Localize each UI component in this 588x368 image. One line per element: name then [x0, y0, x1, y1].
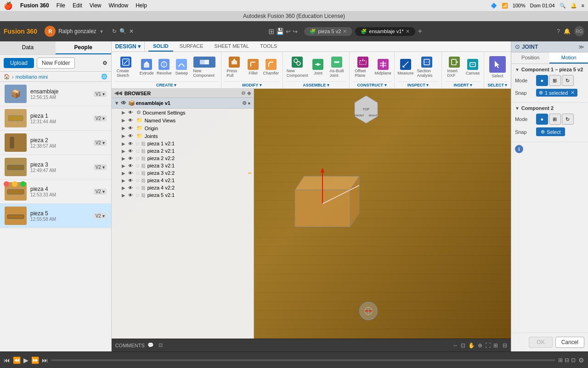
browser-expand-icon[interactable]: ◈	[247, 90, 251, 96]
tab-sheetmetal[interactable]: SHEET METAL	[210, 41, 254, 52]
tree-item-pieza2-v2-2[interactable]: ▶ 👁 □ ⛓ pieza 2 v2:2	[112, 155, 254, 162]
tree-item-pieza1-v2-1[interactable]: ▶ 👁 □ ⛓ pieza 1 v2:1	[112, 140, 254, 147]
list-item[interactable]: pieza 1 12:31:44 AM V2 ▾	[0, 106, 111, 131]
user-avatar[interactable]: R	[45, 26, 56, 37]
help-icon[interactable]: ?	[557, 28, 560, 34]
profile-icon[interactable]: RG	[574, 26, 584, 36]
anim-play-btn[interactable]: ▶	[23, 356, 28, 364]
home-icon[interactable]: 🏠	[4, 74, 10, 80]
tab-solid[interactable]: SOLID	[148, 41, 173, 52]
anim-prev-btn[interactable]: ⏪	[13, 356, 21, 364]
root-pin-icon[interactable]: ●	[248, 100, 251, 106]
joint-tab-motion[interactable]: Motion	[549, 52, 588, 63]
eye-icon[interactable]: 👁	[128, 141, 135, 146]
mode-btn-grid-2[interactable]: ⊞	[549, 114, 561, 125]
tab-pieza5[interactable]: 🧩 pieza 5 v2 ✕	[304, 27, 352, 36]
eye-icon[interactable]: 👁	[128, 178, 135, 183]
zoom-icon[interactable]: ⊕	[478, 342, 482, 349]
user-dropdown-icon[interactable]: ▼	[99, 29, 104, 34]
anim-end-btn[interactable]: ⏭	[42, 356, 48, 364]
ribbon-btn-offset-plane[interactable]: Offset Plane	[352, 55, 373, 79]
insert-section-label[interactable]: INSERT ▾	[445, 81, 481, 87]
construct-section-label[interactable]: CONSTRUCT ▾	[352, 81, 391, 87]
ribbon-btn-insert-dxf[interactable]: Insert DXF	[445, 55, 464, 79]
comments-icon[interactable]: 💬	[147, 342, 154, 348]
minimize-button[interactable]	[12, 181, 17, 187]
menu-window[interactable]: Window	[109, 2, 129, 9]
grid-view-icon[interactable]: ⊞	[493, 342, 498, 349]
clear-selection-btn[interactable]: ✕	[571, 90, 575, 96]
version-badge[interactable]: V2 ▾	[94, 213, 107, 219]
add-tab-icon[interactable]: +	[418, 27, 422, 35]
view-cube[interactable]: TOP RIGHT FRONT	[350, 93, 382, 126]
component2-section-title[interactable]: ▼ Component 2	[515, 105, 584, 111]
menu-view[interactable]: View	[90, 2, 102, 9]
version-badge[interactable]: V2 ▾	[94, 164, 107, 170]
root-gear-icon[interactable]: ⚙	[242, 100, 247, 106]
tab-surface[interactable]: SURFACE	[175, 41, 208, 52]
comments-label[interactable]: COMMENTS	[115, 343, 145, 348]
eye-icon[interactable]: 👁	[128, 156, 135, 161]
version-badge[interactable]: V1 ▾	[94, 91, 107, 97]
version-badge[interactable]: V2 ▾	[94, 140, 107, 146]
list-item[interactable]: pieza 3 12:49:47 AM V2 ▾	[0, 155, 111, 179]
list-item[interactable]: pieza 5 12:55:58 AM V2 ▾	[0, 204, 111, 228]
eye-visible-icon[interactable]: 👁	[121, 100, 126, 106]
ribbon-btn-create-sketch[interactable]: Create Sketch	[114, 55, 138, 79]
anim-frame-icon-2[interactable]: ⊟	[565, 357, 569, 363]
menu-edit[interactable]: Edit	[73, 2, 82, 9]
ribbon-btn-revolve[interactable]: Revolve	[156, 58, 172, 77]
menu-help[interactable]: Help	[136, 2, 147, 9]
tab-ensamblaje[interactable]: 🧩 ensamblaje v1* ✕	[355, 27, 415, 36]
tab-data[interactable]: Data	[0, 41, 56, 54]
close-tab-pieza5[interactable]: ✕	[343, 29, 347, 34]
cancel-button[interactable]: Cancel	[555, 337, 584, 348]
browser-root[interactable]: ▼ 👁 📦 ensamblaje v1 ⚙ ●	[112, 98, 254, 109]
user-name[interactable]: Ralph gonzalez	[58, 28, 96, 34]
browser-collapse-btn[interactable]: ◀◀	[114, 90, 122, 96]
settings-gear-icon[interactable]: ⚙	[102, 60, 107, 66]
select-section-label[interactable]: SELECT ▾	[487, 81, 508, 87]
tree-item-named-views[interactable]: ▶ 👁 📁 Named Views	[112, 116, 254, 124]
eye-icon[interactable]: 👁	[128, 126, 135, 131]
close-sidebar-icon[interactable]: ✕	[129, 28, 134, 34]
save-icon[interactable]: 💾	[276, 28, 284, 35]
anim-next-btn[interactable]: ⏩	[31, 356, 39, 364]
view-settings-icon[interactable]: ⊟	[503, 342, 507, 349]
pan-icon[interactable]: ↔	[452, 342, 458, 349]
undo-icon[interactable]: ↩	[286, 28, 291, 35]
eye-icon[interactable]: 👁	[128, 193, 135, 198]
info-icon[interactable]: i	[515, 145, 523, 153]
tree-item-pieza3-v2-2[interactable]: ▶ 👁 □ ⛓ pieza 3 v2:2 ✏	[112, 169, 254, 177]
tree-item-pieza4-v2-1[interactable]: ▶ 👁 □ ⛓ pieza 4 v2:1	[112, 177, 254, 184]
close-button[interactable]	[4, 181, 9, 187]
ribbon-btn-chamfer[interactable]: Chamfer	[262, 58, 280, 77]
ribbon-btn-assemble-component[interactable]: New Component	[286, 55, 309, 79]
edit-icon[interactable]: ✏	[248, 171, 252, 176]
ribbon-btn-select[interactable]: Select	[487, 55, 508, 80]
search-toolbar-icon[interactable]: 🔍	[119, 28, 126, 34]
ribbon-btn-sweep[interactable]: Sweep	[173, 58, 190, 77]
modify-section-label[interactable]: MODIFY ▾	[224, 81, 280, 87]
tree-item-pieza4-v2-2[interactable]: ▶ 👁 □ ⛓ pieza 4 v2:2	[112, 184, 254, 191]
ribbon-btn-press-pull[interactable]: Press Pull	[224, 55, 244, 79]
inspect-section-label[interactable]: INSPECT ▾	[397, 81, 439, 87]
ribbon-btn-asbuilt-joint[interactable]: As-Built Joint	[327, 55, 346, 79]
ribbon-btn-measure[interactable]: Measure	[397, 58, 414, 77]
hand-icon[interactable]: ✋	[468, 342, 475, 349]
eye-icon[interactable]: 👁	[128, 163, 135, 168]
list-item[interactable]: pieza 2 12:38:57 AM V2 ▾	[0, 131, 111, 155]
anim-start-btn[interactable]: ⏮	[4, 356, 10, 364]
joint-tab-position[interactable]: Position	[511, 52, 550, 63]
new-folder-button[interactable]: New Folder	[37, 58, 75, 69]
tree-item-pieza5-v2-1[interactable]: ▶ 👁 □ ⛓ pieza 5 v2:1	[112, 191, 254, 199]
assemble-section-label[interactable]: ASSEMBLE ▾	[286, 81, 347, 87]
refresh-icon[interactable]: ↻	[112, 28, 117, 34]
tree-item-pieza2-v2-1[interactable]: ▶ 👁 □ ⛓ pieza 2 v2:1	[112, 147, 254, 155]
ribbon-btn-section-analysis[interactable]: Section Analysis	[415, 55, 439, 79]
orbit-control[interactable]	[359, 302, 378, 320]
ok-button[interactable]: OK	[529, 337, 552, 348]
grid-icon[interactable]: ⊞	[268, 27, 274, 36]
menubar-extras[interactable]: ≡	[582, 3, 584, 8]
tab-people[interactable]: People	[56, 41, 111, 54]
